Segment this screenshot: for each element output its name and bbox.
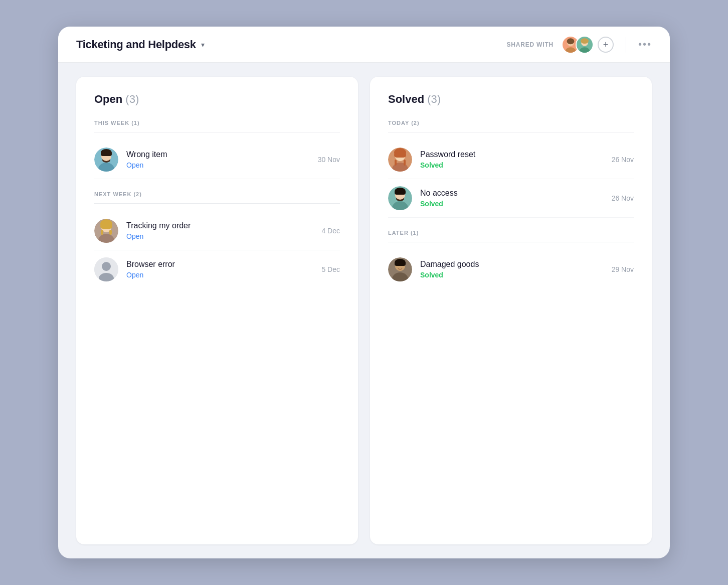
svg-rect-33 xyxy=(394,153,406,158)
ticket-status-password-reset: Solved xyxy=(420,161,612,169)
svg-rect-48 xyxy=(395,261,406,266)
ticket-name-tracking-order: Tracking my order xyxy=(126,221,321,230)
ticket-date-no-access: 26 Nov xyxy=(612,194,634,202)
svg-rect-23 xyxy=(101,230,103,235)
ticket-damaged-goods[interactable]: Damaged goods Solved 29 Nov xyxy=(388,250,634,288)
open-section-this-week: THIS WEEK (1) xyxy=(94,120,340,126)
open-section-next-week: NEXT WEEK (2) xyxy=(94,191,340,197)
solved-section-later: LATER (1) xyxy=(388,230,634,236)
ticket-name-password-reset: Password reset xyxy=(420,150,612,159)
open-panel: Open (3) THIS WEEK (1) xyxy=(76,77,358,544)
more-options-button[interactable]: ••• xyxy=(638,39,652,50)
ticket-password-reset[interactable]: Password reset Solved 26 Nov xyxy=(388,140,634,179)
dropdown-icon[interactable]: ▾ xyxy=(201,41,205,49)
avatar-browser-error xyxy=(94,257,118,281)
header-divider xyxy=(626,37,626,53)
ticket-wrong-item[interactable]: Wrong item Open 30 Nov xyxy=(94,140,340,179)
page-title: Ticketing and Helpdesk xyxy=(76,38,196,51)
ticket-info-browser-error: Browser error Open xyxy=(126,260,321,279)
ticket-tracking-order[interactable]: Tracking my order Open 4 Dec xyxy=(94,212,340,250)
header: Ticketing and Helpdesk ▾ SHARED WITH xyxy=(58,27,670,63)
ticket-name-no-access: No access xyxy=(420,189,612,198)
svg-rect-34 xyxy=(395,160,397,166)
ticket-date-wrong-item: 30 Nov xyxy=(318,156,340,164)
ticket-info-damaged-goods: Damaged goods Solved xyxy=(420,260,612,279)
svg-point-4 xyxy=(567,38,575,44)
divider-next-week xyxy=(94,203,340,204)
avatar-no-access xyxy=(388,186,412,210)
svg-rect-42 xyxy=(395,190,406,195)
add-shared-button[interactable]: + xyxy=(598,37,614,53)
ticket-status-browser-error: Open xyxy=(126,271,321,279)
avatar-password-reset xyxy=(388,148,412,172)
open-panel-title: Open (3) xyxy=(94,93,340,106)
ticket-date-tracking-order: 4 Dec xyxy=(321,227,340,235)
ticket-status-damaged-goods: Solved xyxy=(420,271,612,279)
ticket-name-damaged-goods: Damaged goods xyxy=(420,260,612,269)
solved-panel: Solved (3) TODAY (2) xyxy=(370,77,652,544)
divider-this-week xyxy=(94,132,340,132)
ticket-info-wrong-item: Wrong item Open xyxy=(126,150,318,169)
solved-panel-title: Solved (3) xyxy=(388,93,634,106)
solved-section-today: TODAY (2) xyxy=(388,120,634,126)
ticket-browser-error[interactable]: Browser error Open 5 Dec xyxy=(94,250,340,288)
avatar-damaged-goods xyxy=(388,257,412,281)
avatar-stack xyxy=(562,36,594,54)
app-window: Ticketing and Helpdesk ▾ SHARED WITH xyxy=(58,27,670,558)
ticket-name-wrong-item: Wrong item xyxy=(126,150,318,159)
ticket-no-access[interactable]: No access Solved 26 Nov xyxy=(388,179,634,218)
ticket-info-tracking-order: Tracking my order Open xyxy=(126,221,321,240)
avatar-2 xyxy=(576,36,594,54)
ticket-date-damaged-goods: 29 Nov xyxy=(612,265,634,273)
shared-with-label: SHARED WITH xyxy=(507,41,554,48)
avatar-wrong-item xyxy=(94,148,118,172)
ticket-status-no-access: Solved xyxy=(420,200,612,208)
header-left: Ticketing and Helpdesk ▾ xyxy=(76,38,205,51)
ticket-status-tracking-order: Open xyxy=(126,232,321,240)
ticket-info-no-access: No access Solved xyxy=(420,189,612,208)
svg-rect-24 xyxy=(109,230,112,235)
ticket-info-password-reset: Password reset Solved xyxy=(420,150,612,169)
ticket-date-password-reset: 26 Nov xyxy=(612,156,634,164)
ticket-status-wrong-item: Open xyxy=(126,161,318,169)
svg-point-9 xyxy=(581,38,589,44)
svg-rect-22 xyxy=(100,224,112,229)
svg-rect-16 xyxy=(101,152,112,156)
divider-today xyxy=(388,132,634,132)
ticket-date-browser-error: 5 Dec xyxy=(321,265,340,273)
main-content: Open (3) THIS WEEK (1) xyxy=(58,63,670,558)
divider-later xyxy=(388,242,634,242)
svg-rect-35 xyxy=(404,160,406,166)
svg-point-26 xyxy=(102,262,111,271)
avatars-group: + xyxy=(562,36,614,54)
avatar-tracking-order xyxy=(94,219,118,243)
ticket-name-browser-error: Browser error xyxy=(126,260,321,269)
header-right: SHARED WITH xyxy=(507,36,652,54)
